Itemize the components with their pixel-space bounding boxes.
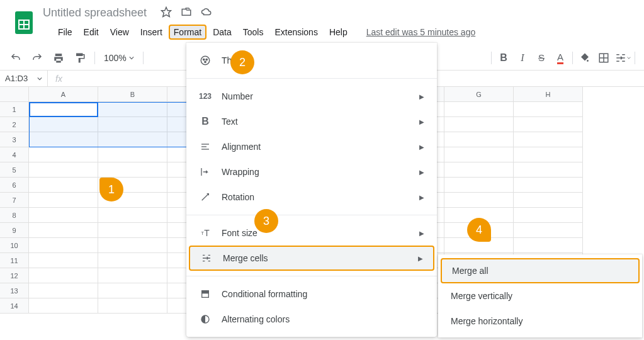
name-box[interactable]: A1:D3 (0, 71, 48, 86)
cell[interactable] (444, 193, 514, 208)
menu-alternating-colors[interactable]: Alternating colors (186, 307, 437, 332)
cloud-icon[interactable] (201, 6, 212, 20)
row-header[interactable]: 1 (0, 102, 29, 117)
cell[interactable] (514, 238, 583, 253)
fill-color-icon[interactable] (577, 50, 593, 66)
cell[interactable] (29, 102, 98, 117)
cell[interactable] (514, 208, 583, 223)
menu-format[interactable]: Format (169, 25, 206, 40)
menu-extensions[interactable]: Extensions (269, 25, 322, 40)
menu-theme[interactable]: Theme (186, 48, 437, 73)
cell[interactable] (98, 147, 167, 162)
row-header[interactable]: 14 (0, 298, 29, 314)
col-header[interactable]: G (444, 87, 514, 102)
cell[interactable] (514, 162, 583, 178)
cell[interactable] (444, 147, 514, 162)
menu-number[interactable]: 123 Number ▶ (186, 84, 437, 109)
menu-rotation[interactable]: Rotation ▶ (186, 184, 437, 210)
last-edit-link[interactable]: Last edit was 5 minutes ago (366, 27, 476, 37)
sheets-logo[interactable] (11, 10, 37, 35)
col-header[interactable]: A (29, 87, 98, 102)
paint-format-icon[interactable] (72, 50, 88, 66)
menu-data[interactable]: Data (208, 25, 237, 40)
undo-icon[interactable] (8, 50, 24, 66)
cell[interactable] (514, 147, 583, 162)
doc-title[interactable]: Untitled spreadsheet (43, 6, 147, 20)
cell[interactable] (444, 178, 514, 193)
italic-icon[interactable]: I (514, 50, 531, 66)
cell[interactable] (98, 117, 167, 132)
cell[interactable] (444, 162, 514, 178)
cell[interactable] (98, 162, 167, 178)
submenu-merge-all[interactable]: Merge all (441, 258, 640, 283)
cell[interactable] (29, 132, 98, 147)
row-header[interactable]: 5 (0, 162, 29, 178)
row-header[interactable]: 12 (0, 268, 29, 283)
col-header[interactable]: B (98, 87, 167, 102)
cell[interactable] (29, 147, 98, 162)
menu-font-size[interactable]: TT Font size ▶ (186, 220, 437, 246)
col-header[interactable]: H (514, 87, 583, 102)
cell[interactable] (29, 298, 98, 314)
menu-wrapping[interactable]: Wrapping ▶ (186, 159, 437, 184)
row-header[interactable]: 10 (0, 238, 29, 253)
cell[interactable] (514, 178, 583, 193)
cell[interactable] (98, 268, 167, 283)
strikethrough-icon[interactable]: S (533, 50, 550, 66)
cell[interactable] (98, 253, 167, 268)
cell[interactable] (514, 223, 583, 238)
cell[interactable] (29, 208, 98, 223)
star-icon[interactable] (161, 6, 172, 20)
menu-tools[interactable]: Tools (238, 25, 269, 40)
cell[interactable] (444, 102, 514, 117)
cell[interactable] (98, 132, 167, 147)
borders-icon[interactable] (596, 50, 612, 66)
cell[interactable] (29, 223, 98, 238)
submenu-merge-vertically[interactable]: Merge vertically (438, 283, 642, 309)
cell[interactable] (29, 238, 98, 253)
redo-icon[interactable] (29, 50, 45, 66)
cell[interactable] (514, 102, 583, 117)
cell[interactable] (29, 268, 98, 283)
menu-edit[interactable]: Edit (79, 25, 104, 40)
menu-text[interactable]: B Text ▶ (186, 109, 437, 134)
merge-icon[interactable] (614, 50, 631, 66)
cell[interactable] (444, 117, 514, 132)
cell[interactable] (98, 298, 167, 314)
text-color-icon[interactable]: A (552, 50, 568, 66)
zoom-select[interactable]: 100% (101, 53, 137, 63)
row-header[interactable]: 6 (0, 178, 29, 193)
cell[interactable] (29, 117, 98, 132)
move-icon[interactable] (181, 6, 192, 20)
cell[interactable] (98, 208, 167, 223)
cell[interactable] (514, 117, 583, 132)
menu-view[interactable]: View (105, 25, 134, 40)
select-all-corner[interactable] (0, 87, 29, 102)
print-icon[interactable] (50, 50, 67, 66)
cell[interactable] (98, 238, 167, 253)
submenu-merge-horizontally[interactable]: Merge horizontally (438, 309, 642, 334)
menu-conditional-formatting[interactable]: Conditional formatting (186, 281, 437, 307)
cell[interactable] (514, 132, 583, 147)
cell[interactable] (29, 283, 98, 298)
cell[interactable] (444, 132, 514, 147)
menu-file[interactable]: File (53, 25, 77, 40)
cell[interactable] (29, 193, 98, 208)
row-header[interactable]: 4 (0, 147, 29, 162)
cell[interactable] (514, 193, 583, 208)
bold-icon[interactable]: B (495, 50, 512, 66)
cell[interactable] (29, 162, 98, 178)
row-header[interactable]: 2 (0, 117, 29, 132)
row-header[interactable]: 3 (0, 132, 29, 147)
menu-merge-cells[interactable]: Merge cells ▶ (189, 246, 434, 271)
row-header[interactable]: 11 (0, 253, 29, 268)
menu-help[interactable]: Help (324, 25, 353, 40)
menu-insert[interactable]: Insert (135, 25, 167, 40)
row-header[interactable]: 7 (0, 193, 29, 208)
cell[interactable] (98, 283, 167, 298)
row-header[interactable]: 8 (0, 208, 29, 223)
cell[interactable] (98, 223, 167, 238)
cell[interactable] (29, 178, 98, 193)
cell[interactable] (98, 102, 167, 117)
cell[interactable] (29, 253, 98, 268)
